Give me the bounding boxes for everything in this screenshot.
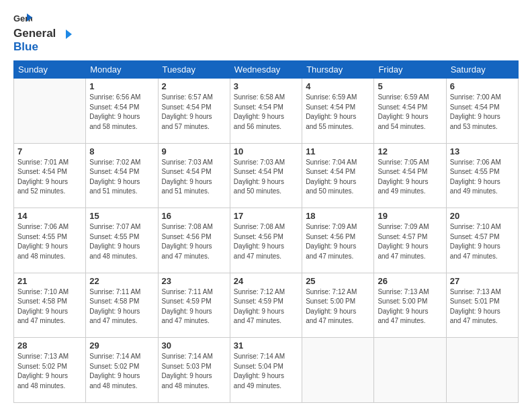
calendar-day-cell: 24Sunrise: 7:12 AM Sunset: 4:59 PM Dayli…	[230, 273, 302, 338]
calendar-day-cell: 21Sunrise: 7:10 AM Sunset: 4:58 PM Dayli…	[14, 273, 86, 338]
day-info: Sunrise: 7:13 AM Sunset: 5:02 PM Dayligh…	[17, 352, 82, 391]
day-number: 1	[89, 81, 154, 91]
day-number: 8	[89, 146, 154, 156]
day-number: 18	[306, 211, 370, 221]
day-number: 21	[17, 276, 82, 286]
day-number: 23	[162, 276, 226, 286]
day-number: 22	[89, 276, 154, 286]
calendar-day-cell: 6Sunrise: 7:00 AM Sunset: 4:54 PM Daylig…	[446, 79, 518, 144]
day-info: Sunrise: 7:13 AM Sunset: 5:00 PM Dayligh…	[378, 287, 442, 326]
day-info: Sunrise: 7:05 AM Sunset: 4:54 PM Dayligh…	[378, 158, 442, 197]
svg-marker-2	[66, 30, 72, 39]
calendar-day-cell: 4Sunrise: 6:59 AM Sunset: 4:54 PM Daylig…	[302, 79, 374, 144]
day-number: 25	[306, 276, 370, 286]
calendar-header-row: SundayMondayTuesdayWednesdayThursdayFrid…	[14, 61, 519, 79]
day-info: Sunrise: 7:08 AM Sunset: 4:56 PM Dayligh…	[162, 222, 226, 261]
calendar-day-cell: 25Sunrise: 7:12 AM Sunset: 5:00 PM Dayli…	[302, 273, 374, 338]
day-info: Sunrise: 7:13 AM Sunset: 5:01 PM Dayligh…	[450, 287, 515, 326]
calendar-day-cell	[374, 338, 446, 403]
day-info: Sunrise: 7:04 AM Sunset: 4:54 PM Dayligh…	[306, 158, 370, 197]
day-number: 19	[378, 211, 442, 221]
calendar-day-cell: 1Sunrise: 6:56 AM Sunset: 4:54 PM Daylig…	[86, 79, 158, 144]
calendar-day-cell: 15Sunrise: 7:07 AM Sunset: 4:55 PM Dayli…	[86, 208, 158, 273]
page: General General Blue SundayMondayTuesday…	[0, 0, 532, 411]
day-number: 27	[450, 276, 515, 286]
day-info: Sunrise: 6:57 AM Sunset: 4:54 PM Dayligh…	[162, 93, 226, 132]
weekday-header: Thursday	[302, 61, 374, 79]
calendar-day-cell: 29Sunrise: 7:14 AM Sunset: 5:02 PM Dayli…	[86, 338, 158, 403]
weekday-header: Wednesday	[230, 61, 302, 79]
day-number: 9	[162, 146, 226, 156]
day-info: Sunrise: 7:00 AM Sunset: 4:54 PM Dayligh…	[450, 93, 515, 132]
day-number: 26	[378, 276, 442, 286]
logo-icon: General	[13, 12, 32, 27]
day-info: Sunrise: 7:02 AM Sunset: 4:54 PM Dayligh…	[89, 158, 154, 197]
day-info: Sunrise: 6:56 AM Sunset: 4:54 PM Dayligh…	[89, 93, 154, 132]
calendar-day-cell: 18Sunrise: 7:09 AM Sunset: 4:56 PM Dayli…	[302, 208, 374, 273]
calendar-day-cell: 10Sunrise: 7:03 AM Sunset: 4:54 PM Dayli…	[230, 143, 302, 208]
logo-blue: Blue	[13, 40, 38, 53]
header: General General Blue	[13, 12, 519, 54]
calendar-day-cell: 13Sunrise: 7:06 AM Sunset: 4:55 PM Dayli…	[446, 143, 518, 208]
day-number: 13	[450, 146, 515, 156]
calendar-day-cell: 23Sunrise: 7:11 AM Sunset: 4:59 PM Dayli…	[158, 273, 230, 338]
day-info: Sunrise: 7:11 AM Sunset: 4:59 PM Dayligh…	[162, 287, 226, 326]
day-number: 24	[234, 276, 298, 286]
calendar-day-cell	[14, 79, 86, 144]
calendar-week-row: 7Sunrise: 7:01 AM Sunset: 4:54 PM Daylig…	[14, 143, 519, 208]
weekday-header: Friday	[374, 61, 446, 79]
day-info: Sunrise: 7:10 AM Sunset: 4:58 PM Dayligh…	[17, 287, 82, 326]
day-info: Sunrise: 6:59 AM Sunset: 4:54 PM Dayligh…	[378, 93, 442, 132]
day-number: 2	[162, 81, 226, 91]
day-number: 28	[17, 340, 82, 351]
day-info: Sunrise: 7:06 AM Sunset: 4:55 PM Dayligh…	[17, 222, 82, 261]
day-number: 15	[89, 211, 154, 221]
day-info: Sunrise: 7:03 AM Sunset: 4:54 PM Dayligh…	[162, 158, 226, 197]
calendar-day-cell: 8Sunrise: 7:02 AM Sunset: 4:54 PM Daylig…	[86, 143, 158, 208]
logo-bird-icon	[60, 30, 72, 39]
calendar-week-row: 28Sunrise: 7:13 AM Sunset: 5:02 PM Dayli…	[14, 338, 519, 403]
day-info: Sunrise: 6:59 AM Sunset: 4:54 PM Dayligh…	[306, 93, 370, 132]
calendar-day-cell: 14Sunrise: 7:06 AM Sunset: 4:55 PM Dayli…	[14, 208, 86, 273]
calendar-day-cell: 30Sunrise: 7:14 AM Sunset: 5:03 PM Dayli…	[158, 338, 230, 403]
calendar-day-cell: 12Sunrise: 7:05 AM Sunset: 4:54 PM Dayli…	[374, 143, 446, 208]
day-number: 4	[306, 81, 370, 91]
calendar-day-cell: 9Sunrise: 7:03 AM Sunset: 4:54 PM Daylig…	[158, 143, 230, 208]
calendar: SundayMondayTuesdayWednesdayThursdayFrid…	[13, 60, 519, 403]
weekday-header: Tuesday	[158, 61, 230, 79]
calendar-day-cell	[302, 338, 374, 403]
day-info: Sunrise: 6:58 AM Sunset: 4:54 PM Dayligh…	[234, 93, 298, 132]
day-info: Sunrise: 7:14 AM Sunset: 5:03 PM Dayligh…	[162, 352, 226, 391]
day-info: Sunrise: 7:07 AM Sunset: 4:55 PM Dayligh…	[89, 222, 154, 261]
day-info: Sunrise: 7:11 AM Sunset: 4:58 PM Dayligh…	[89, 287, 154, 326]
calendar-day-cell: 20Sunrise: 7:10 AM Sunset: 4:57 PM Dayli…	[446, 208, 518, 273]
calendar-day-cell	[446, 338, 518, 403]
day-info: Sunrise: 7:01 AM Sunset: 4:54 PM Dayligh…	[17, 158, 82, 197]
day-number: 16	[162, 211, 226, 221]
calendar-week-row: 14Sunrise: 7:06 AM Sunset: 4:55 PM Dayli…	[14, 208, 519, 273]
day-info: Sunrise: 7:09 AM Sunset: 4:56 PM Dayligh…	[306, 222, 370, 261]
calendar-day-cell: 27Sunrise: 7:13 AM Sunset: 5:01 PM Dayli…	[446, 273, 518, 338]
day-info: Sunrise: 7:03 AM Sunset: 4:54 PM Dayligh…	[234, 158, 298, 197]
day-number: 29	[89, 340, 154, 351]
day-number: 10	[234, 146, 298, 156]
calendar-week-row: 21Sunrise: 7:10 AM Sunset: 4:58 PM Dayli…	[14, 273, 519, 338]
day-info: Sunrise: 7:06 AM Sunset: 4:55 PM Dayligh…	[450, 158, 515, 197]
day-number: 6	[450, 81, 515, 91]
weekday-header: Saturday	[446, 61, 518, 79]
day-number: 12	[378, 146, 442, 156]
logo: General General Blue	[13, 12, 72, 54]
day-number: 5	[378, 81, 442, 91]
day-info: Sunrise: 7:14 AM Sunset: 5:02 PM Dayligh…	[89, 352, 154, 391]
calendar-week-row: 1Sunrise: 6:56 AM Sunset: 4:54 PM Daylig…	[14, 79, 519, 144]
calendar-day-cell: 5Sunrise: 6:59 AM Sunset: 4:54 PM Daylig…	[374, 79, 446, 144]
calendar-day-cell: 22Sunrise: 7:11 AM Sunset: 4:58 PM Dayli…	[86, 273, 158, 338]
calendar-day-cell: 7Sunrise: 7:01 AM Sunset: 4:54 PM Daylig…	[14, 143, 86, 208]
calendar-day-cell: 2Sunrise: 6:57 AM Sunset: 4:54 PM Daylig…	[158, 79, 230, 144]
day-number: 11	[306, 146, 370, 156]
day-info: Sunrise: 7:14 AM Sunset: 5:04 PM Dayligh…	[234, 352, 298, 391]
calendar-day-cell: 17Sunrise: 7:08 AM Sunset: 4:56 PM Dayli…	[230, 208, 302, 273]
day-number: 3	[234, 81, 298, 91]
day-info: Sunrise: 7:08 AM Sunset: 4:56 PM Dayligh…	[234, 222, 298, 261]
day-info: Sunrise: 7:10 AM Sunset: 4:57 PM Dayligh…	[450, 222, 515, 261]
